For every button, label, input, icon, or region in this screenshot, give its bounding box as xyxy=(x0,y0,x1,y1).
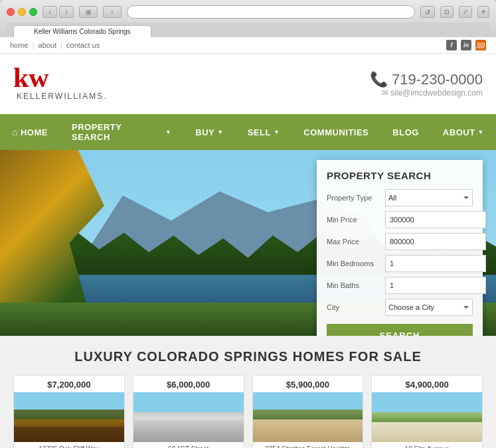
property-search-panel: PROPERTY SEARCH Property Type All House … xyxy=(317,160,483,336)
min-baths-row: Min Baths xyxy=(327,277,473,294)
chevron-down-icon: ▼ xyxy=(274,129,280,135)
linkedin-icon[interactable]: in xyxy=(461,40,471,50)
close-button[interactable] xyxy=(7,8,15,16)
listings-section: LUXURY COLORADO SPRINGS HOMES FOR SALE $… xyxy=(0,336,496,448)
nav-communities[interactable]: COMMUNITIES xyxy=(291,119,380,145)
active-tab[interactable]: Keller Williams Colorado Springs xyxy=(13,25,151,37)
chevron-down-icon: ▼ xyxy=(478,129,484,135)
phone-number: 📞 719-230-0000 xyxy=(370,71,483,88)
phone-icon: 📞 xyxy=(370,71,388,88)
min-baths-label: Min Baths xyxy=(327,281,380,289)
listing-address: 60 1ST Street xyxy=(133,442,244,448)
listing-image[interactable] xyxy=(133,392,244,442)
home-link[interactable]: home xyxy=(10,41,29,49)
kw-letters: kw xyxy=(13,64,108,92)
kw-logo: kw KELLERWILLIAMS. xyxy=(13,64,108,104)
back-button[interactable]: ‹ xyxy=(42,6,57,18)
nav-buy[interactable]: BUY ▼ xyxy=(183,119,235,145)
nav-sell[interactable]: SELL ▼ xyxy=(236,119,292,145)
forward-button[interactable]: › xyxy=(59,6,74,18)
page-content: home | about | contact us f in )))) kw K… xyxy=(0,37,496,448)
listing-image[interactable] xyxy=(253,392,363,442)
header-contact: 📞 719-230-0000 ✉ sile@imcdwebdesign.com xyxy=(370,71,483,98)
search-button[interactable]: SEARCH xyxy=(327,324,473,336)
hero-section: PROPERTY SEARCH Property Type All House … xyxy=(0,150,496,336)
chevron-down-icon: ▼ xyxy=(165,129,171,135)
email-icon: ✉ xyxy=(382,88,388,98)
max-price-row: Max Price xyxy=(327,233,473,250)
max-price-label: Max Price xyxy=(327,238,380,246)
nav-property-search[interactable]: PROPERTY SEARCH ▼ xyxy=(60,114,183,150)
listing-item[interactable]: $7,200,000 12795 Oak Cliff Way Colorado … xyxy=(13,375,125,448)
property-type-select[interactable]: All House Condo Land xyxy=(385,189,473,206)
listing-item[interactable]: $4,900,000 19 Elm Avenue Colorado Spring… xyxy=(371,375,483,448)
listing-image[interactable] xyxy=(372,392,482,442)
min-baths-input[interactable] xyxy=(385,277,486,294)
fullscreen-button[interactable]: ⤢ xyxy=(459,6,472,18)
listing-address: 12795 Oak Cliff Way xyxy=(14,442,124,448)
address-bar[interactable] xyxy=(127,5,415,19)
reload-button[interactable]: ↺ xyxy=(420,6,435,18)
facebook-icon[interactable]: f xyxy=(446,40,457,50)
rss-icon[interactable]: )))) xyxy=(475,40,486,50)
city-select[interactable]: Choose a City Colorado Springs Denver Pu… xyxy=(385,299,473,316)
share-button[interactable]: ↑ xyxy=(103,6,122,18)
min-price-row: Min Price xyxy=(327,211,473,228)
listing-image[interactable] xyxy=(14,392,124,442)
min-price-label: Min Price xyxy=(327,216,380,224)
listing-price: $4,900,000 xyxy=(372,376,482,392)
social-icons: f in )))) xyxy=(446,40,486,50)
listing-price: $7,200,000 xyxy=(14,376,124,392)
listing-price: $6,000,000 xyxy=(133,376,244,392)
page-button[interactable]: ⊞ xyxy=(79,6,98,18)
main-nav: ⌂ HOME PROPERTY SEARCH ▼ BUY ▼ SELL ▼ CO… xyxy=(0,114,496,150)
nav-home[interactable]: ⌂ HOME xyxy=(0,119,60,145)
traffic-lights xyxy=(7,8,37,16)
listings-grid: $7,200,000 12795 Oak Cliff Way Colorado … xyxy=(13,375,483,448)
site-header: kw KELLERWILLIAMS. 📞 719-230-0000 ✉ sile… xyxy=(0,54,496,114)
listings-title: LUXURY COLORADO SPRINGS HOMES FOR SALE xyxy=(13,349,483,364)
email-address[interactable]: ✉ sile@imcdwebdesign.com xyxy=(370,88,483,98)
min-bedrooms-row: Min Bedrooms xyxy=(327,255,473,272)
city-row: City Choose a City Colorado Springs Denv… xyxy=(327,299,473,316)
top-bar: home | about | contact us f in )))) xyxy=(0,37,496,54)
about-link[interactable]: about xyxy=(39,41,57,49)
property-search-title: PROPERTY SEARCH xyxy=(327,170,473,181)
nav-blog[interactable]: BLOG xyxy=(380,119,431,145)
kw-name: KELLERWILLIAMS. xyxy=(17,92,108,101)
min-bedrooms-input[interactable] xyxy=(385,255,486,272)
home-icon: ⌂ xyxy=(12,127,18,137)
city-label: City xyxy=(327,303,380,311)
listing-item[interactable]: $6,000,000 60 1ST Street Colorado Spring… xyxy=(133,375,244,448)
new-tab-button[interactable]: + xyxy=(477,6,489,18)
chevron-down-icon: ▼ xyxy=(217,129,223,135)
contact-link[interactable]: contact us xyxy=(66,41,100,49)
tab-bar: Keller Williams Colorado Springs xyxy=(7,23,489,37)
listing-price: $5,900,000 xyxy=(253,376,363,392)
browser-chrome: ‹ › ⊞ ↑ ↺ ⊡ ⤢ + Keller Williams Colorado… xyxy=(0,0,496,37)
listing-address: 2354 Stratton Forest Heights xyxy=(253,442,363,448)
maximize-button[interactable] xyxy=(29,8,37,16)
listing-item[interactable]: $5,900,000 2354 Stratton Forest Heights … xyxy=(252,375,364,448)
minimize-button[interactable] xyxy=(18,8,26,16)
window-controls[interactable]: ⊡ xyxy=(440,6,454,18)
min-bedrooms-label: Min Bedrooms xyxy=(327,260,380,267)
listing-address: 19 Elm Avenue xyxy=(372,442,482,448)
property-type-label: Property Type xyxy=(327,194,380,202)
property-type-row: Property Type All House Condo Land xyxy=(327,189,473,206)
max-price-input[interactable] xyxy=(385,233,486,250)
min-price-input[interactable] xyxy=(385,211,486,228)
topbar-links: home | about | contact us xyxy=(10,41,100,49)
nav-about[interactable]: ABOUT ▼ xyxy=(431,119,496,145)
